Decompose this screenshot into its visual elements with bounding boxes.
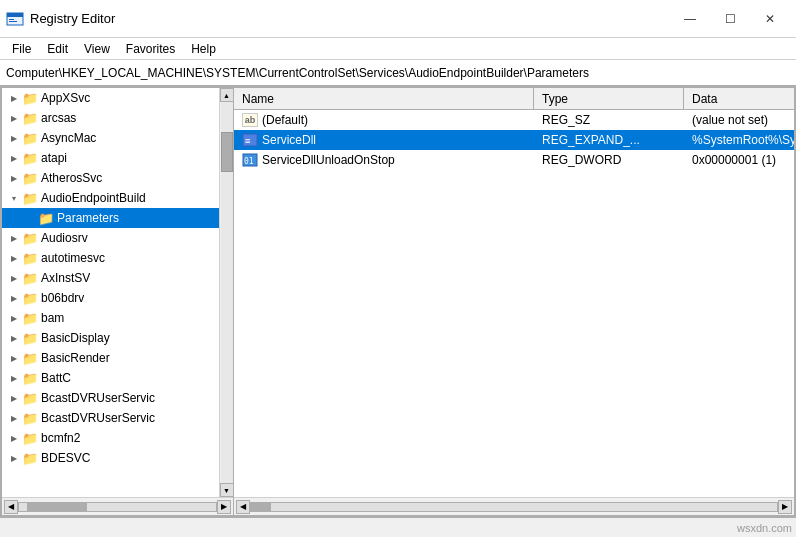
tree-item-basicrender[interactable]: 📁 BasicRender [2,348,219,368]
hscroll-thumb[interactable] [27,503,87,511]
hscroll-right-button[interactable]: ▶ [217,500,231,514]
tree-item-basicdisplay[interactable]: 📁 BasicDisplay [2,328,219,348]
vscroll-thumb[interactable] [221,132,233,172]
cell-type-default: REG_SZ [534,112,684,128]
tree-item-atherossvc[interactable]: 📁 AtherosSvc [2,168,219,188]
right-hscroll-right[interactable]: ▶ [778,500,792,514]
tree-item-autotimesvc[interactable]: 📁 autotimesvc [2,248,219,268]
label-atherossvc: AtherosSvc [41,171,102,185]
arrow-basicdisplay [6,334,22,343]
table-row-default[interactable]: ab (Default) REG_SZ (value not set) [234,110,794,130]
folder-icon-parameters: 📁 [38,211,54,225]
tree-item-audiosrv[interactable]: 📁 Audiosrv [2,228,219,248]
close-button[interactable]: ✕ [750,4,790,34]
label-axinstsv: AxInstSV [41,271,90,285]
label-audioendpointbuilder: AudioEndpointBuild [41,191,146,205]
tree-item-appxsvc[interactable]: 📁 AppXSvc [2,88,219,108]
label-asyncmac: AsyncMac [41,131,96,145]
reg-icon-dword: 01 [242,153,258,167]
tree-vscrollbar[interactable]: ▲ ▼ [219,88,233,497]
app-icon [6,10,24,28]
hscroll-left-button[interactable]: ◀ [4,500,18,514]
tree-item-axinstsv[interactable]: 📁 AxInstSV [2,268,219,288]
status-text: wsxdn.com [737,522,792,534]
table-header: Name Type Data [234,88,794,110]
folder-icon-bcastdvr1: 📁 [22,391,38,405]
menu-edit[interactable]: Edit [39,40,76,58]
tree-item-arcsas[interactable]: 📁 arcsas [2,108,219,128]
col-header-data[interactable]: Data [684,88,794,109]
arrow-atapi [6,154,22,163]
tree-content[interactable]: 📁 AppXSvc 📁 arcsas 📁 AsyncMac [2,88,219,497]
menu-view[interactable]: View [76,40,118,58]
tree-item-bcastdvr1[interactable]: 📁 BcastDVRUserServic [2,388,219,408]
vscroll-up-button[interactable]: ▲ [220,88,234,102]
folder-icon-basicdisplay: 📁 [22,331,38,345]
tree-item-asyncmac[interactable]: 📁 AsyncMac [2,128,219,148]
arrow-atherossvc [6,174,22,183]
menu-bar: File Edit View Favorites Help [0,38,796,60]
right-hscroll-left[interactable]: ◀ [236,500,250,514]
folder-icon-bam: 📁 [22,311,38,325]
table-row-servicedll[interactable]: ≡ ServiceDll REG_EXPAND_... %SystemRoot%… [234,130,794,150]
folder-icon-appxsvc: 📁 [22,91,38,105]
arrow-bam [6,314,22,323]
label-basicrender: BasicRender [41,351,110,365]
menu-favorites[interactable]: Favorites [118,40,183,58]
arrow-autotimesvc [6,254,22,263]
arrow-bcastdvr1 [6,394,22,403]
label-autotimesvc: autotimesvc [41,251,105,265]
arrow-asyncmac [6,134,22,143]
tree-item-bcmfn2[interactable]: 📁 bcmfn2 [2,428,219,448]
folder-icon-axinstsv: 📁 [22,271,38,285]
tree-item-atapi[interactable]: 📁 atapi [2,148,219,168]
label-b06bdrv: b06bdrv [41,291,84,305]
label-basicdisplay: BasicDisplay [41,331,110,345]
status-bar: wsxdn.com [0,517,796,537]
cell-name-default: ab (Default) [234,112,534,128]
label-bdesvc: BDESVC [41,451,90,465]
tree-item-bdesvc[interactable]: 📁 BDESVC [2,448,219,468]
arrow-bcastdvr2 [6,414,22,423]
menu-help[interactable]: Help [183,40,224,58]
arrow-battc [6,374,22,383]
title-bar-left: Registry Editor [6,10,115,28]
col-header-name[interactable]: Name [234,88,534,109]
right-hscroll-thumb[interactable] [251,503,271,511]
hscroll-track[interactable] [18,502,217,512]
vscroll-track[interactable] [221,102,233,483]
tree-hscrollbar[interactable]: ◀ ▶ [2,497,233,515]
folder-icon-audioendpointbuilder: 📁 [22,191,38,205]
tree-item-b06bdrv[interactable]: 📁 b06bdrv [2,288,219,308]
app-title: Registry Editor [30,11,115,26]
right-hscrollbar[interactable]: ◀ ▶ [234,497,794,515]
col-header-type[interactable]: Type [534,88,684,109]
label-bam: bam [41,311,64,325]
tree-item-bcastdvr2[interactable]: 📁 BcastDVRUserServic [2,408,219,428]
folder-icon-b06bdrv: 📁 [22,291,38,305]
title-bar: Registry Editor — ☐ ✕ [0,0,796,38]
minimize-button[interactable]: — [670,4,710,34]
folder-icon-battc: 📁 [22,371,38,385]
cell-data-servicedllunload: 0x00000001 (1) [684,152,794,168]
folder-icon-basicrender: 📁 [22,351,38,365]
label-bcastdvr1: BcastDVRUserServic [41,391,155,405]
tree-item-battc[interactable]: 📁 BattC [2,368,219,388]
tree-item-bam[interactable]: 📁 bam [2,308,219,328]
address-path: Computer\HKEY_LOCAL_MACHINE\SYSTEM\Curre… [6,66,589,80]
tree-item-parameters[interactable]: 📁 Parameters [2,208,219,228]
table-row-servicedllunload[interactable]: 01 ServiceDllUnloadOnStop REG_DWORD 0x00… [234,150,794,170]
arrow-bdesvc [6,454,22,463]
cell-name-servicedll: ≡ ServiceDll [234,132,534,148]
main-content: 📁 AppXSvc 📁 arcsas 📁 AsyncMac [0,86,796,517]
menu-file[interactable]: File [4,40,39,58]
right-hscroll-track[interactable] [250,502,778,512]
folder-icon-autotimesvc: 📁 [22,251,38,265]
vscroll-down-button[interactable]: ▼ [220,483,234,497]
arrow-audiosrv [6,234,22,243]
cell-data-default: (value not set) [684,112,794,128]
reg-icon-expand: ≡ [242,133,258,147]
maximize-button[interactable]: ☐ [710,4,750,34]
arrow-arcsas [6,114,22,123]
tree-item-audioendpointbuilder[interactable]: 📁 AudioEndpointBuild [2,188,219,208]
